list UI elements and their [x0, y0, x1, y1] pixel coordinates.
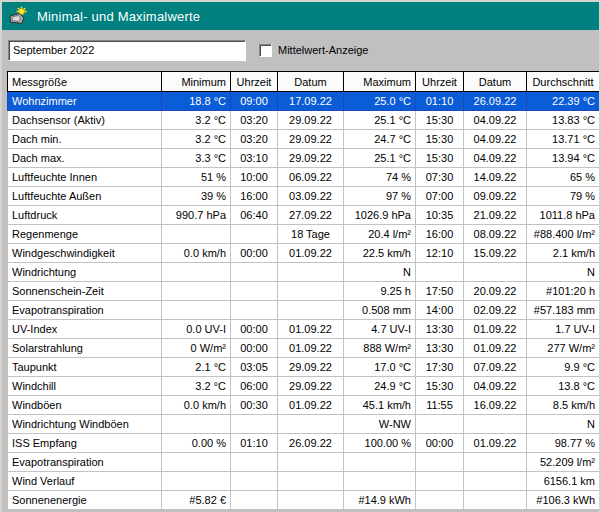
cell: 20.09.22 [464, 282, 527, 301]
cell: #5.82 € [162, 491, 231, 510]
cell: Windchill [8, 377, 162, 396]
cell: 100.00 % [344, 434, 416, 453]
table-row[interactable]: UV-Index0.0 UV-I00:0001.09.224.7 UV-I13:… [8, 320, 600, 339]
cell: 03.09.22 [278, 187, 344, 206]
cell [416, 415, 464, 434]
cell: 29.09.22 [278, 377, 344, 396]
cell [162, 263, 231, 282]
cell: 03:20 [231, 111, 278, 130]
table-row[interactable]: Dach max.3.3 °C03:1029.09.2225.1 °C15:30… [8, 149, 600, 168]
cell: 01.09.22 [278, 320, 344, 339]
cell: 11:55 [416, 396, 464, 415]
cell: 74 % [344, 168, 416, 187]
cell: Evapotranspiration [8, 453, 162, 472]
cell [231, 415, 278, 434]
cell: 0.0 UV-I [162, 320, 231, 339]
cell: 2.1 km/h [527, 244, 600, 263]
mittelwert-checkbox-label[interactable]: Mittelwert-Anzeige [278, 44, 368, 56]
cell: Regenmenge [8, 225, 162, 244]
cell: 29.09.22 [278, 130, 344, 149]
cell: #88.400 l/m² [527, 225, 600, 244]
cell: 01.09.22 [278, 396, 344, 415]
cell: 8.5 km/h [527, 396, 600, 415]
cell: 15.09.22 [464, 244, 527, 263]
table-row[interactable]: ISS Empfang0.00 %01:1026.09.22100.00 %00… [8, 434, 600, 453]
cell: 16:00 [231, 187, 278, 206]
cell [416, 472, 464, 491]
cell: 04.09.22 [464, 149, 527, 168]
column-header: Datum [278, 72, 344, 92]
table-row[interactable]: Dach min.3.2 °C03:2029.09.2224.7 °C15:30… [8, 130, 600, 149]
table-row[interactable]: Sonnenenergie#5.82 €#14.9 kWh#106.3 kWh [8, 491, 600, 510]
cell: 2.1 °C [162, 358, 231, 377]
cell: 0.508 mm [344, 301, 416, 320]
table-row[interactable]: Regenmenge18 Tage20.4 l/m²16:0008.09.22#… [8, 225, 600, 244]
cell: 03:20 [231, 130, 278, 149]
cell: 07:30 [416, 168, 464, 187]
cell [231, 263, 278, 282]
cell: 277 W/m² [527, 339, 600, 358]
cell [231, 301, 278, 320]
cell: Windrichtung Windböen [8, 415, 162, 434]
cell: 98.77 % [527, 434, 600, 453]
cell: 17:30 [416, 358, 464, 377]
table-row[interactable]: Windgeschwindigkeit0.0 km/h00:0001.09.22… [8, 244, 600, 263]
cell: 0.0 km/h [162, 396, 231, 415]
cell: 02.09.22 [464, 301, 527, 320]
cell: 12:10 [416, 244, 464, 263]
cell: 10:35 [416, 206, 464, 225]
cell: 17.09.22 [278, 92, 344, 111]
cell: 3.2 °C [162, 111, 231, 130]
cell: 04.09.22 [464, 111, 527, 130]
table-row[interactable]: Luftfeuchte Außen39 %16:0003.09.2297 %07… [8, 187, 600, 206]
table-row[interactable]: Windchill3.2 °C06:0029.09.2224.9 °C15:30… [8, 377, 600, 396]
table-row[interactable]: Sonnenschein-Zeit9.25 h17:5020.09.22#101… [8, 282, 600, 301]
cell: 51 % [162, 168, 231, 187]
cell: 1026.9 hPa [344, 206, 416, 225]
table-row[interactable]: Solarstrahlung0 W/m²00:0001.09.22888 W/m… [8, 339, 600, 358]
cell: 24.7 °C [344, 130, 416, 149]
cell: Wohnzimmer [8, 92, 162, 111]
cell: 888 W/m² [344, 339, 416, 358]
table-row[interactable]: Dachsensor (Aktiv)3.2 °C03:2029.09.2225.… [8, 111, 600, 130]
cell: 07.09.22 [464, 358, 527, 377]
cell: #101:20 h [527, 282, 600, 301]
cell: Evapotranspiration [8, 301, 162, 320]
cell: 22.5 km/h [344, 244, 416, 263]
cell: Windgeschwindigkeit [8, 244, 162, 263]
cell: 15:30 [416, 377, 464, 396]
table-row[interactable]: Wind Verlauf6156.1 km [8, 472, 600, 491]
cell: Luftfeuchte Innen [8, 168, 162, 187]
cell: 4.7 UV-I [344, 320, 416, 339]
cell: 01.09.22 [464, 320, 527, 339]
cell [162, 472, 231, 491]
mittelwert-checkbox[interactable] [259, 44, 272, 57]
table-row[interactable]: Luftfeuchte Innen51 %10:0006.09.2274 %07… [8, 168, 600, 187]
cell: 03:10 [231, 149, 278, 168]
cell: 20.4 l/m² [344, 225, 416, 244]
table-row[interactable]: Windböen0.0 km/h00:3001.09.2245.1 km/h11… [8, 396, 600, 415]
cell [231, 472, 278, 491]
cell: 17:50 [416, 282, 464, 301]
cell: Solarstrahlung [8, 339, 162, 358]
cell: 06:40 [231, 206, 278, 225]
cell: 06.09.22 [278, 168, 344, 187]
cell: 15:30 [416, 149, 464, 168]
table-row[interactable]: Evapotranspiration0.508 mm14:0002.09.22#… [8, 301, 600, 320]
table-row[interactable]: WindrichtungNN [8, 263, 600, 282]
table-row[interactable]: Taupunkt2.1 °C03:0529.09.2217.0 °C17:300… [8, 358, 600, 377]
cell: 29.09.22 [278, 149, 344, 168]
cell: 01:10 [416, 92, 464, 111]
cell [344, 472, 416, 491]
table-row[interactable]: Wohnzimmer18.8 °C09:0017.09.2225.0 °C01:… [8, 92, 600, 111]
period-input[interactable] [8, 40, 246, 61]
table-row[interactable]: Luftdruck990.7 hPa06:4027.09.221026.9 hP… [8, 206, 600, 225]
cell: 39 % [162, 187, 231, 206]
table-row[interactable]: Evapotranspiration52.209 l/m² [8, 453, 600, 472]
cell: Dachsensor (Aktiv) [8, 111, 162, 130]
cell: Taupunkt [8, 358, 162, 377]
cell [416, 453, 464, 472]
cell: UV-Index [8, 320, 162, 339]
column-header: Minimum [162, 72, 231, 92]
table-row[interactable]: Windrichtung WindböenW-NWN [8, 415, 600, 434]
